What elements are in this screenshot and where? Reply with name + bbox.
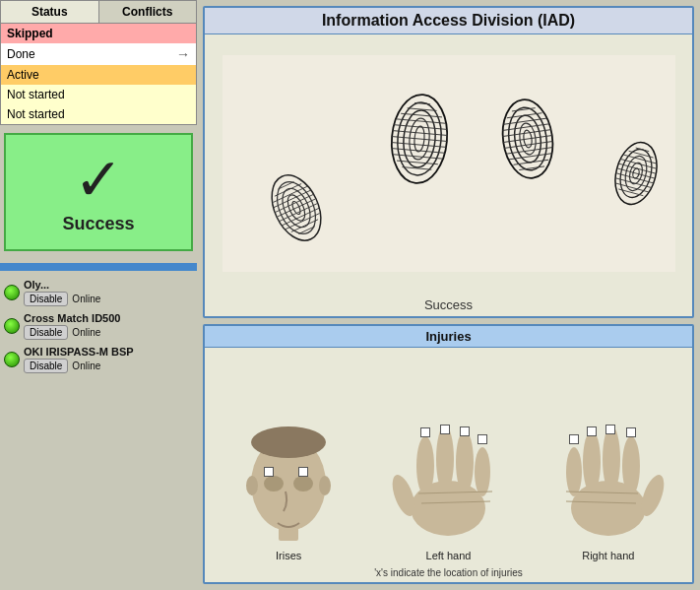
body-label-irises: Irises [276,550,301,561]
status-item-done: Done → [1,43,196,65]
device-led-1 [4,285,20,300]
device-controls-2: Disable Online [24,325,193,340]
injuries-footer: 'x's indicate the location of injuries [205,567,692,582]
injury-cb-lh-pinky[interactable] [477,434,487,444]
progress-bar [0,263,197,271]
device-name-2: Cross Match ID500 [24,312,193,324]
fp-status: Success [420,294,477,316]
status-label-done: Done [7,47,35,61]
arrow-icon: → [176,46,190,62]
status-list: Skipped Done → Active Not started Not st… [0,24,197,125]
svg-line-22 [392,149,445,154]
svg-line-43 [503,136,552,143]
svg-point-67 [319,476,331,495]
device-controls-1: Disable Online [24,292,193,306]
status-label-active: Active [7,68,39,82]
body-label-right-hand: Right hand [582,550,634,561]
disable-button-2[interactable]: Disable [24,325,68,340]
device-name-3: OKI IRISPASS-M BSP [24,346,193,358]
device-led-3 [4,352,20,367]
device-status-3: Online [72,361,100,371]
device-status-1: Online [72,294,100,304]
sidebar-tabs: Status Conflicts [0,0,197,24]
svg-line-41 [513,161,548,165]
status-label-notstarted-2: Not started [7,107,65,121]
status-item-skipped: Skipped [1,24,196,43]
injury-cb-lh-index[interactable] [420,427,430,437]
injury-cb-left-iris[interactable] [264,467,274,477]
svg-point-73 [416,436,434,495]
svg-line-59 [617,164,656,173]
svg-line-28 [394,125,447,130]
svg-line-54 [615,173,654,183]
device-item-1: Oly... Disable Online [4,279,193,306]
fingerprint-svg [223,55,675,272]
right-hand-svg [544,425,672,543]
injury-cb-right-iris[interactable] [298,467,308,477]
body-section-left-hand: Left hand [370,425,526,561]
injury-cb-rh-pinky[interactable] [569,434,579,444]
device-list: Oly... Disable Online Cross Match ID500 … [0,275,197,590]
fingerprint-panel: Information Access Division (IAD) [203,6,694,318]
device-item-3: OKI IRISPASS-M BSP Disable Online [4,346,193,373]
success-label: Success [62,214,134,234]
status-item-notstarted-1: Not started [1,85,196,104]
tab-conflicts[interactable]: Conflicts [99,1,197,23]
device-status-2: Online [72,327,100,338]
status-item-active: Active [1,65,196,85]
injuries-title: Injuries [205,326,692,348]
device-info-1: Oly... Disable Online [24,279,193,306]
injury-cb-rh-ring[interactable] [587,426,597,436]
svg-point-82 [603,426,620,492]
injuries-note: 'x's indicate the location of injuries [374,567,523,578]
svg-line-21 [391,143,446,148]
injury-cb-rh-index[interactable] [626,427,636,437]
device-controls-3: Disable Online [24,359,193,373]
left-hand-svg [384,425,512,543]
svg-point-74 [436,426,454,492]
injury-cb-rh-middle[interactable] [605,425,615,434]
success-box: ✓ Success [4,133,193,251]
body-section-right-hand: Right hand [531,425,686,561]
tab-status[interactable]: Status [1,1,99,23]
svg-point-68 [264,476,284,492]
body-label-left-hand: Left hand [426,550,472,561]
svg-point-80 [566,447,582,496]
svg-point-81 [583,430,601,493]
svg-line-27 [392,131,447,136]
injury-cb-lh-ring[interactable] [460,426,470,436]
svg-line-47 [506,113,541,118]
body-section-irises: Irises [211,425,366,561]
injuries-panel: Injuries [203,324,694,584]
fp-title: Information Access Division (IAD) [205,8,692,34]
sidebar: Status Conflicts Skipped Done → Active N… [0,0,197,590]
svg-line-29 [396,119,445,123]
injury-cb-lh-middle[interactable] [440,425,450,434]
status-label-skipped: Skipped [7,27,53,40]
disable-button-1[interactable]: Disable [24,292,68,306]
device-info-2: Cross Match ID500 Disable Online [24,312,193,340]
device-info-3: OKI IRISPASS-M BSP Disable Online [24,346,193,373]
svg-line-23 [393,155,442,159]
checkmark-icon: ✓ [74,151,123,210]
svg-point-70 [251,426,326,458]
svg-point-66 [246,476,258,495]
device-name-1: Oly... [24,279,193,291]
disable-button-3[interactable]: Disable [24,359,68,373]
head-svg [244,425,333,543]
main-area: Information Access Division (IAD) [197,0,700,590]
svg-point-76 [475,447,490,496]
svg-line-58 [616,168,655,178]
status-label-notstarted-1: Not started [7,88,65,101]
svg-point-75 [456,430,474,493]
svg-point-69 [293,476,313,492]
status-item-notstarted-2: Not started [1,104,196,124]
svg-line-26 [392,137,447,142]
fp-image-area [205,34,692,294]
device-led-2 [4,318,20,334]
device-item-2: Cross Match ID500 Disable Online [4,312,193,340]
svg-point-83 [622,436,640,495]
